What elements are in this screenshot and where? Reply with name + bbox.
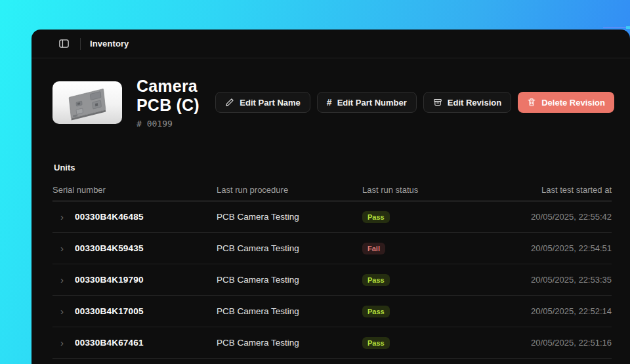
last-test-started-at: 20/05/2025, 22:51:16: [487, 338, 612, 348]
archive-icon: [433, 98, 442, 107]
part-titles: Camera PCB (C) # 00199: [136, 77, 215, 129]
serial-number: 00330B4K19790: [75, 275, 217, 285]
edit-revision-label: Edit Revision: [448, 98, 501, 108]
last-run-procedure: PCB Camera Testing: [217, 306, 362, 316]
table-row[interactable]: › 00330B4K67461 PCB Camera Testing Pass …: [52, 327, 612, 359]
units-section: Units Serial number Last run procedure L…: [32, 163, 630, 359]
last-run-procedure: PCB Camera Testing: [217, 243, 362, 253]
last-test-started-at: 20/05/2025, 22:54:51: [487, 243, 612, 253]
serial-number: 00330B4K46485: [75, 212, 217, 222]
column-header-serial: Serial number: [52, 185, 217, 195]
panel-left-icon: [58, 38, 70, 49]
column-header-procedure: Last run procedure: [217, 185, 362, 195]
part-actions: Edit Part Name # Edit Part Number Edit R…: [215, 92, 614, 113]
last-run-procedure: PCB Camera Testing: [217, 338, 362, 348]
serial-number: 00330B4K67461: [75, 338, 217, 348]
part-number: # 00199: [136, 119, 215, 129]
edit-part-name-label: Edit Part Name: [240, 98, 300, 108]
column-header-started-at: Last test started at: [487, 185, 612, 195]
last-test-started-at: 20/05/2025, 22:52:14: [487, 306, 612, 316]
chevron-right-icon[interactable]: ›: [52, 275, 75, 285]
status-badge: Pass: [362, 306, 390, 317]
chevron-right-icon[interactable]: ›: [52, 243, 75, 253]
last-test-started-at: 20/05/2025, 22:55:42: [487, 212, 612, 222]
units-section-label: Units: [54, 163, 612, 172]
serial-number: 00330B4K17005: [75, 306, 217, 316]
column-header-status: Last run status: [362, 185, 487, 195]
part-thumbnail: [52, 81, 122, 124]
last-run-procedure: PCB Camera Testing: [217, 275, 362, 285]
app-window: Inventory: [32, 30, 630, 364]
status-badge: Pass: [362, 211, 390, 223]
table-row[interactable]: › 00330B4K59435 PCB Camera Testing Fail …: [52, 233, 612, 264]
topbar-divider: [80, 38, 81, 50]
sidebar-toggle-button[interactable]: [55, 35, 72, 52]
part-name: Camera PCB (C): [136, 77, 215, 115]
page-title: Inventory: [90, 39, 129, 49]
edit-revision-button[interactable]: Edit Revision: [423, 92, 511, 113]
delete-revision-button[interactable]: Delete Revision: [518, 92, 614, 113]
edit-part-number-label: Edit Part Number: [337, 98, 407, 108]
pcb-image: [52, 81, 122, 124]
last-test-started-at: 20/05/2025, 22:53:35: [487, 275, 612, 285]
status-badge: Pass: [362, 274, 390, 286]
trash-icon: [527, 98, 536, 107]
part-header: Camera PCB (C) # 00199 Edit Part Name # …: [32, 58, 630, 129]
edit-part-name-button[interactable]: Edit Part Name: [215, 92, 310, 113]
status-badge: Pass: [362, 337, 390, 349]
table-row[interactable]: › 00330B4K19790 PCB Camera Testing Pass …: [52, 264, 612, 296]
chevron-right-icon[interactable]: ›: [52, 338, 75, 348]
delete-revision-label: Delete Revision: [541, 98, 605, 108]
pencil-icon: [225, 98, 234, 107]
hash-icon: #: [327, 98, 332, 107]
topbar: Inventory: [32, 30, 630, 58]
background-window-edge: [603, 27, 628, 28]
chevron-right-icon[interactable]: ›: [52, 212, 75, 222]
last-run-procedure: PCB Camera Testing: [217, 212, 362, 222]
units-table: Serial number Last run procedure Last ru…: [52, 179, 612, 359]
table-row[interactable]: › 00330B4K17005 PCB Camera Testing Pass …: [52, 296, 612, 327]
chevron-right-icon[interactable]: ›: [52, 306, 75, 316]
table-header-row: Serial number Last run procedure Last ru…: [52, 179, 612, 201]
table-row[interactable]: › 00330B4K46485 PCB Camera Testing Pass …: [52, 201, 612, 233]
edit-part-number-button[interactable]: # Edit Part Number: [317, 92, 417, 113]
status-badge: Fail: [362, 243, 385, 254]
serial-number: 00330B4K59435: [75, 243, 217, 253]
